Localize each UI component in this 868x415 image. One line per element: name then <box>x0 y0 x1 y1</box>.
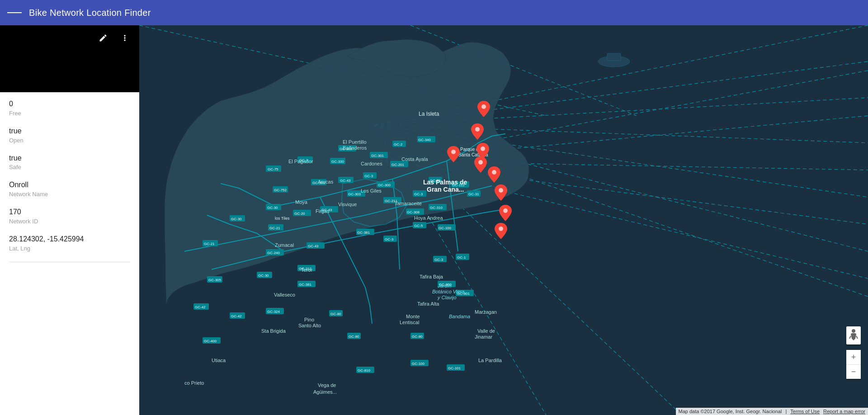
svg-text:Jardín: Jardín <box>437 283 452 288</box>
sidebar-divider <box>9 262 130 262</box>
svg-text:GC-30: GC-30 <box>258 274 269 278</box>
svg-text:GC-3: GC-3 <box>385 237 394 241</box>
svg-text:los Tiles: los Tiles <box>275 216 290 221</box>
svg-point-164 <box>492 170 496 174</box>
svg-text:Moya: Moya <box>295 199 308 205</box>
svg-text:GC-300: GC-300 <box>378 183 391 187</box>
svg-point-167 <box>499 226 503 231</box>
free-value: 0 <box>9 99 130 109</box>
svg-point-159 <box>481 104 486 109</box>
svg-text:Sta Brigida: Sta Brigida <box>261 328 286 334</box>
svg-text:Marzagan: Marzagan <box>475 309 497 315</box>
svg-text:GC-42: GC-42 <box>231 314 242 318</box>
svg-text:GC-100: GC-100 <box>412 362 425 366</box>
zoom-out-button[interactable]: − <box>846 364 861 379</box>
svg-text:Zumacal: Zumacal <box>275 242 294 248</box>
info-row-network-name: Onroll Network Name <box>9 180 130 198</box>
info-row-network-id: 170 Network ID <box>9 208 130 225</box>
latlng-label: Lat, Lng <box>9 245 130 252</box>
svg-text:GC-43: GC-43 <box>340 179 351 183</box>
svg-text:La Isleta: La Isleta <box>419 111 439 117</box>
map-attribution: Map data ©2017 Google, Inst. Geogr. Naci… <box>676 408 868 415</box>
svg-text:Hoya Andrea: Hoya Andrea <box>414 215 443 221</box>
network-name-label: Network Name <box>9 191 130 198</box>
svg-text:Utiaca: Utiaca <box>212 358 226 363</box>
svg-text:GC-310: GC-310 <box>430 206 443 210</box>
svg-text:GC-80: GC-80 <box>330 312 341 316</box>
pegman-button[interactable] <box>846 326 861 344</box>
sidebar: 0 Free true Open true Safe Onroll Networ… <box>0 25 139 415</box>
svg-text:GC-5: GC-5 <box>414 224 423 228</box>
svg-text:GC-301: GC-301 <box>371 154 384 158</box>
map-container[interactable]: GC-75 GC-2 GC-300 GC-301 GC-2 GC-340 GC-… <box>139 25 868 415</box>
svg-text:GC-75: GC-75 <box>268 167 278 171</box>
svg-text:GC-42: GC-42 <box>195 305 206 309</box>
svg-text:GC-3: GC-3 <box>434 258 443 262</box>
report-map-error-link[interactable]: Report a map error <box>823 409 865 414</box>
svg-text:GC-21: GC-21 <box>269 226 280 230</box>
svg-text:Santo Alto: Santo Alto <box>298 323 321 328</box>
network-id-value: 170 <box>9 208 130 217</box>
svg-text:GC-240: GC-240 <box>267 251 280 255</box>
svg-text:Los Giles: Los Giles <box>361 188 382 193</box>
network-id-label: Network ID <box>9 218 130 225</box>
open-label: Open <box>9 137 130 144</box>
svg-text:El Puertillo: El Puertillo <box>343 139 367 145</box>
svg-text:Costa Ayala: Costa Ayala <box>401 156 428 162</box>
svg-text:GC-324: GC-324 <box>267 310 280 314</box>
svg-text:Valleseco: Valleseco <box>274 292 295 297</box>
svg-text:GC-381: GC-381 <box>299 283 312 287</box>
svg-text:Vega de: Vega de <box>318 382 336 388</box>
svg-text:GC-308: GC-308 <box>407 210 420 214</box>
svg-text:Tamaraceite: Tamaraceite <box>395 201 422 206</box>
svg-point-166 <box>503 208 508 213</box>
svg-text:Valle de: Valle de <box>477 328 495 334</box>
svg-text:GC-3: GC-3 <box>364 174 373 178</box>
svg-point-170 <box>852 329 855 333</box>
svg-line-171 <box>849 336 851 339</box>
svg-text:GC-31: GC-31 <box>468 192 479 196</box>
svg-point-165 <box>499 188 503 193</box>
svg-text:GC-43: GC-43 <box>308 244 319 248</box>
svg-text:co Prieto: co Prieto <box>184 380 204 386</box>
sidebar-top <box>0 25 139 92</box>
svg-text:Las Palmas de: Las Palmas de <box>423 179 467 186</box>
svg-text:GC-340: GC-340 <box>418 138 431 142</box>
svg-point-162 <box>481 146 485 151</box>
safe-value: true <box>9 154 130 163</box>
svg-text:GC-201: GC-201 <box>392 163 405 167</box>
svg-text:GC-21: GC-21 <box>204 242 215 246</box>
svg-text:GC-810: GC-810 <box>358 368 371 373</box>
info-row-latlng: 28.124302, -15.425994 Lat, Lng <box>9 235 130 252</box>
svg-text:GC-305: GC-305 <box>208 278 222 282</box>
svg-text:Cardones: Cardones <box>361 161 382 166</box>
zoom-in-button[interactable]: + <box>846 350 861 364</box>
svg-point-160 <box>475 127 480 132</box>
svg-text:GC-80: GC-80 <box>412 335 423 339</box>
svg-text:y Clavijo: y Clavijo <box>437 295 457 300</box>
svg-text:GC-1: GC-1 <box>457 255 466 259</box>
svg-text:GC-101: GC-101 <box>448 366 461 370</box>
attribution-separator: | <box>785 409 787 414</box>
svg-text:Firgas: Firgas <box>316 208 330 214</box>
safe-label: Safe <box>9 164 130 170</box>
hamburger-menu-button[interactable] <box>7 5 22 20</box>
terms-of-use-link[interactable]: Terms of Use <box>790 409 820 414</box>
more-options-button[interactable] <box>118 31 132 45</box>
svg-line-172 <box>856 336 858 339</box>
latlng-value: 28.124302, -15.425994 <box>9 235 130 244</box>
svg-text:GC-3: GC-3 <box>414 192 423 196</box>
sidebar-info-panel: 0 Free true Open true Safe Onroll Networ… <box>0 92 139 415</box>
svg-text:GC-80: GC-80 <box>349 335 359 339</box>
svg-text:GC-2: GC-2 <box>394 142 403 146</box>
zoom-controls: + − <box>846 350 861 379</box>
svg-text:GC-30: GC-30 <box>231 217 242 221</box>
svg-text:Visvique: Visvique <box>338 202 357 207</box>
svg-text:Arucas: Arucas <box>318 179 334 184</box>
svg-text:GC-303: GC-303 <box>348 192 361 196</box>
svg-text:Teror: Teror <box>301 267 312 273</box>
edit-button[interactable] <box>96 31 110 45</box>
svg-text:GC-752: GC-752 <box>274 188 287 192</box>
free-label: Free <box>9 110 130 117</box>
svg-text:Jinamar: Jinamar <box>475 334 492 340</box>
